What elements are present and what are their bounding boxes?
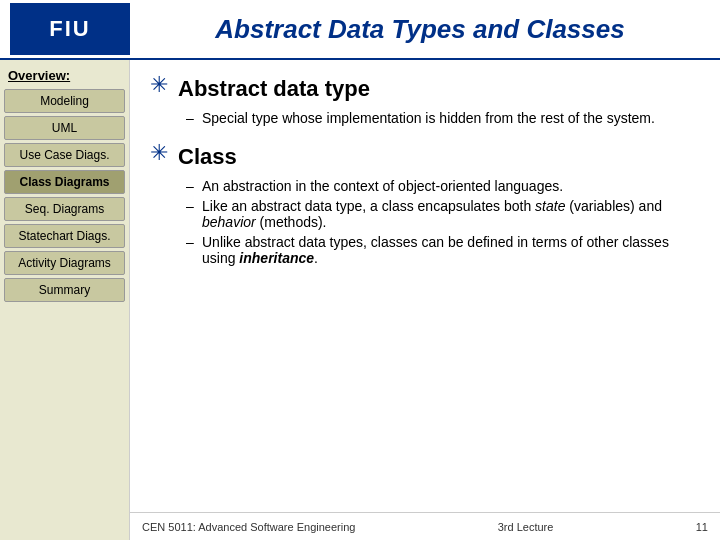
section2-state-text: state <box>535 198 565 214</box>
section1-points: Special type whose implementation is hid… <box>190 110 700 126</box>
content-area: ✳ Abstract data type Special type whose … <box>130 60 720 540</box>
section2-behavior-text: behavior <box>202 214 256 230</box>
footer-page: 11 <box>696 521 708 533</box>
section-class: ✳ Class An abstraction in the context of… <box>150 144 700 266</box>
logo-text: FIU <box>49 16 90 42</box>
list-item: Like an abstract data type, a class enca… <box>190 198 700 230</box>
section2-bullet-icon: ✳ <box>150 142 168 164</box>
sidebar-overview-label: Overview: <box>4 68 125 83</box>
sidebar-item-activity-diagrams[interactable]: Activity Diagrams <box>4 251 125 275</box>
list-item: Unlike abstract data types, classes can … <box>190 234 700 266</box>
section2-point1: An abstraction in the context of object-… <box>202 178 563 194</box>
sidebar-item-modeling[interactable]: Modeling <box>4 89 125 113</box>
section-abstract-data-type: ✳ Abstract data type Special type whose … <box>150 76 700 126</box>
sidebar-item-statechart-diags[interactable]: Statechart Diags. <box>4 224 125 248</box>
section1-bullet-icon: ✳ <box>150 74 168 96</box>
list-item: Special type whose implementation is hid… <box>190 110 700 126</box>
footer-course: CEN 5011: Advanced Software Engineering <box>142 521 355 533</box>
footer-lecture: 3rd Lecture <box>498 521 554 533</box>
section1-point1: Special type whose implementation is hid… <box>202 110 655 126</box>
sidebar-item-class-diagrams[interactable]: Class Diagrams <box>4 170 125 194</box>
section2-header: ✳ Class <box>150 144 700 170</box>
sidebar-item-summary[interactable]: Summary <box>4 278 125 302</box>
section2-points: An abstraction in the context of object-… <box>190 178 700 266</box>
sidebar-item-uml[interactable]: UML <box>4 116 125 140</box>
footer: CEN 5011: Advanced Software Engineering … <box>130 512 720 540</box>
header: FIU Abstract Data Types and Classes <box>0 0 720 60</box>
section1-header: ✳ Abstract data type <box>150 76 700 102</box>
section2-title: Class <box>178 144 237 170</box>
logo: FIU <box>10 3 130 55</box>
sidebar-item-seq-diagrams[interactable]: Seq. Diagrams <box>4 197 125 221</box>
page-title: Abstract Data Types and Classes <box>130 14 710 45</box>
section1-title: Abstract data type <box>178 76 370 102</box>
sidebar: Overview: Modeling UML Use Case Diags. C… <box>0 60 130 540</box>
section2-inheritance-text: inheritance <box>239 250 314 266</box>
list-item: An abstraction in the context of object-… <box>190 178 700 194</box>
sidebar-item-use-case-diags[interactable]: Use Case Diags. <box>4 143 125 167</box>
main-layout: Overview: Modeling UML Use Case Diags. C… <box>0 60 720 540</box>
